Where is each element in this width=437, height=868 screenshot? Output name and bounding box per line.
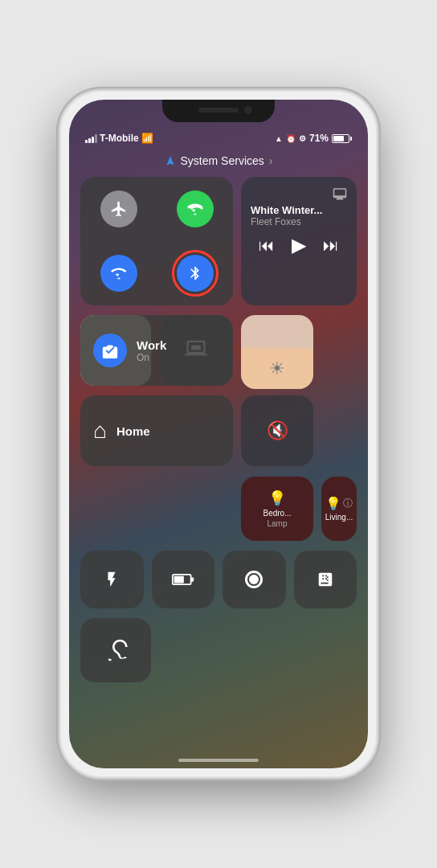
home-button[interactable]: ⌂ Home xyxy=(80,395,233,466)
brightness-slider[interactable]: ☀ xyxy=(241,315,313,389)
bedroom-lamp-title: Bedro... xyxy=(263,509,291,518)
bedroom-lamp-spacer xyxy=(241,395,313,466)
wifi-button[interactable] xyxy=(80,241,157,305)
focus-text: Work On xyxy=(137,338,166,363)
music-rewind-button[interactable]: ⏮ xyxy=(259,236,275,255)
speaker xyxy=(198,108,239,113)
mute-switch[interactable] xyxy=(58,203,59,227)
signal-bar-1 xyxy=(85,140,88,143)
hotspot-button[interactable] xyxy=(157,177,233,241)
volume-down-button[interactable] xyxy=(58,289,59,330)
airplane-mode-button[interactable] xyxy=(80,177,157,241)
living-lamp-header: 💡 ⓘ xyxy=(325,496,353,511)
screen-record-button[interactable] xyxy=(223,551,286,608)
home-icon: ⌂ xyxy=(93,418,107,444)
svg-rect-2 xyxy=(190,577,194,581)
status-left: T-Mobile 📶 xyxy=(85,133,153,144)
hearing-button[interactable] xyxy=(80,618,151,682)
battery-icon xyxy=(332,134,352,143)
focus-subtitle: On xyxy=(137,352,166,363)
wifi-toggle-icon xyxy=(100,255,137,292)
focus-icon-circle xyxy=(93,334,127,367)
music-title: White Winter... xyxy=(251,204,347,216)
focus-block[interactable]: Work On xyxy=(80,315,233,386)
system-services-chevron: › xyxy=(269,154,273,167)
phone-frame: T-Mobile 📶 ▲ ⏰ ⚙ 71% System S xyxy=(58,88,379,780)
music-play-button[interactable]: ▶ xyxy=(292,234,306,256)
bedroom-lamp-icon: 💡 xyxy=(268,489,286,507)
living-lamp-icon: 💡 xyxy=(325,496,341,511)
bluetooth-button[interactable] xyxy=(157,241,233,305)
signal-bar-2 xyxy=(88,138,91,143)
music-airplay xyxy=(251,186,347,201)
carrier-name: T-Mobile xyxy=(100,133,139,144)
music-block[interactable]: White Winter... Fleet Foxes ⏮ ▶ ⏭ xyxy=(241,177,357,305)
notch xyxy=(162,100,275,122)
status-right: ▲ ⏰ ⚙ 71% xyxy=(275,133,352,144)
calculator-icon xyxy=(317,571,334,588)
volume-up-button[interactable] xyxy=(58,239,59,279)
battery-status-icon xyxy=(172,571,194,588)
music-artist: Fleet Foxes xyxy=(251,216,347,227)
system-services-header[interactable]: System Services › xyxy=(69,154,368,167)
svg-rect-3 xyxy=(174,576,183,583)
phone-screen: T-Mobile 📶 ▲ ⏰ ⚙ 71% System S xyxy=(69,100,368,768)
connectivity-block xyxy=(80,177,233,305)
wifi-icon: 📶 xyxy=(141,133,153,144)
power-button[interactable] xyxy=(378,235,379,291)
hotspot-icon xyxy=(177,190,214,227)
music-info: White Winter... Fleet Foxes xyxy=(251,204,347,227)
living-lamp-info-icon: ⓘ xyxy=(343,497,353,510)
status-bar: T-Mobile 📶 ▲ ⏰ ⚙ 71% xyxy=(85,129,352,148)
alarm-icon: ⏰ xyxy=(286,134,296,143)
calculator-button[interactable] xyxy=(294,551,357,608)
airplane-icon xyxy=(100,190,137,227)
bedroom-lamp-button[interactable]: 💡 Bedro... Lamp xyxy=(241,477,313,541)
location-icon: ▲ xyxy=(275,134,283,143)
flashlight-button[interactable] xyxy=(80,551,144,608)
brightness-icon: ☀ xyxy=(269,358,285,379)
screen-record-icon xyxy=(245,571,263,588)
bedroom-lamp-subtitle: Lamp xyxy=(267,519,287,528)
living-lamp-button[interactable]: 💡 ⓘ Living... xyxy=(321,477,357,541)
battery-status-button[interactable] xyxy=(152,551,215,608)
music-controls: ⏮ ▶ ⏭ xyxy=(251,234,347,256)
battery-percent: 71% xyxy=(309,133,329,144)
bottom-buttons-row xyxy=(80,551,357,608)
signal-bar-4 xyxy=(95,134,97,143)
system-services-label: System Services xyxy=(181,154,264,167)
hearing-icon xyxy=(103,637,129,663)
bluetooth-ring xyxy=(172,250,218,297)
airplay-icon[interactable] xyxy=(333,186,347,201)
camera xyxy=(244,106,252,114)
signal-bars xyxy=(85,134,97,143)
location-arrow-icon xyxy=(165,155,176,166)
home-indicator xyxy=(178,759,259,762)
living-lamp-title: Living... xyxy=(325,513,353,522)
flashlight-icon xyxy=(103,571,120,588)
home-label: Home xyxy=(116,424,150,438)
focus-title: Work xyxy=(137,338,166,352)
music-forward-button[interactable]: ⏭ xyxy=(323,236,339,255)
control-center: White Winter... Fleet Foxes ⏮ ▶ ⏭ xyxy=(80,177,357,749)
signal-bar-3 xyxy=(92,137,94,143)
settings-icon: ⚙ xyxy=(299,134,306,143)
